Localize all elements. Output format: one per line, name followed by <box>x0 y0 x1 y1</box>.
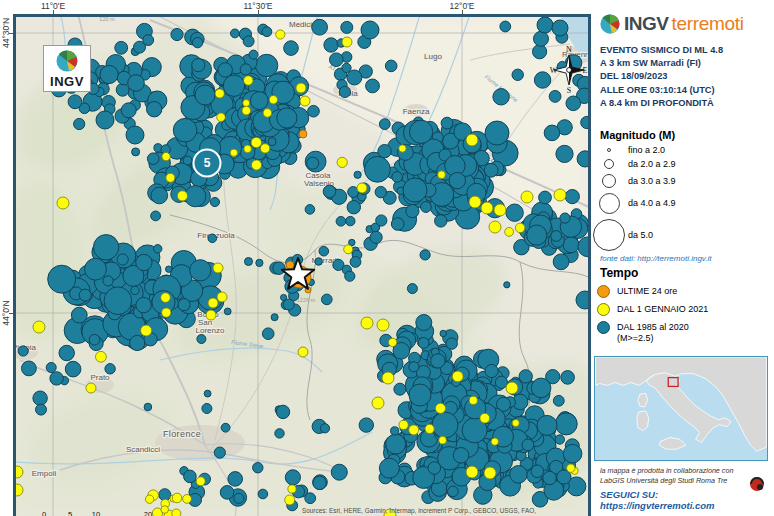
time-legend-title: Tempo <box>600 266 638 280</box>
earthquake-dot-teal <box>100 65 118 83</box>
labgis-logo-icon <box>747 475 767 493</box>
earthquake-dot-teal <box>197 335 206 344</box>
magnitude-legend-label: da 5.0 <box>628 230 653 240</box>
earthquake-dot-teal <box>416 315 432 331</box>
earthquake-dot-teal <box>543 471 556 484</box>
elev-label: 1226 m <box>297 297 316 303</box>
earthquake-dot-teal <box>391 218 404 231</box>
earthquake-dot-teal <box>173 118 197 142</box>
magnitude-legend-label: da 3.0 a 3.9 <box>628 176 676 186</box>
scale-tick: 5 <box>68 510 72 516</box>
time-legend-circle-teal <box>597 321 610 334</box>
earthquake-dot-teal <box>322 294 333 305</box>
earthquake-dot-teal <box>178 299 190 311</box>
earthquake-dot-teal <box>560 213 570 223</box>
earthquake-dot-teal <box>378 145 391 158</box>
earthquake-dot-teal <box>537 415 557 435</box>
basemap: MedicinaLugoImolaFaenzaForlìRavennaCasol… <box>13 14 591 516</box>
earthquake-dot-yellow <box>263 109 272 118</box>
earthquake-dot-yellow <box>469 396 477 404</box>
earthquake-dot-yellow <box>515 223 525 233</box>
earthquake-dot-yellow <box>438 171 446 179</box>
earthquake-dot-teal <box>534 72 550 88</box>
follow-us-url[interactable]: https://ingvterremoti.com <box>600 501 715 512</box>
event-line: DEL 18/09/2023 <box>600 70 723 83</box>
earthquake-dot-teal <box>159 489 171 501</box>
earthquake-dot-teal <box>428 462 441 475</box>
city-label: Faenza <box>403 107 430 116</box>
earthquake-dot-teal <box>308 105 320 117</box>
earthquake-dot-teal <box>533 45 547 59</box>
earthquake-dot-teal <box>566 96 581 111</box>
earthquake-dot-teal <box>531 378 551 398</box>
time-legend-label: DAL 1 GENNAIO 2021 <box>617 303 708 315</box>
earthquake-dot-teal <box>345 271 355 281</box>
earthquake-dot-yellow <box>466 466 478 478</box>
ingv-globe-icon <box>599 13 621 35</box>
earthquake-dot-teal <box>312 19 328 35</box>
earthquake-dot-yellow <box>161 293 171 303</box>
earthquake-dot-yellow <box>344 245 353 254</box>
earthquake-dot-yellow <box>296 83 306 93</box>
earthquake-dot-yellow <box>489 221 501 233</box>
earthquake-dot-teal <box>307 157 319 169</box>
earthquake-dot-teal <box>223 75 244 96</box>
event-line: ALLE ORE 03:10:14 (UTC) <box>600 84 723 97</box>
event-line: EVENTO SISMICO DI ML 4.8 <box>600 44 723 57</box>
magnitude5-event-label: 5 <box>204 156 211 170</box>
earthquake-dot-teal <box>563 444 582 463</box>
earthquake-dot-teal <box>224 308 231 315</box>
city-label: Empoli <box>32 469 57 478</box>
earthquake-dot-teal <box>115 41 128 54</box>
earthquake-dot-teal <box>116 83 129 96</box>
earthquake-dot-teal <box>305 205 315 215</box>
earthquake-dot-orange <box>299 130 307 138</box>
earthquake-dot-yellow <box>166 173 175 182</box>
earthquake-dot-yellow <box>269 96 277 104</box>
earthquake-dot-yellow <box>469 196 481 208</box>
magnitude-size-circle <box>607 148 611 152</box>
earthquake-dot-teal <box>339 86 350 97</box>
earthquake-dot-teal <box>565 190 579 204</box>
earthquake-dot-teal <box>184 470 197 483</box>
earthquake-dot-teal <box>105 364 115 374</box>
earthquake-dot-teal <box>65 361 81 377</box>
time-legend-label: DAL 1985 al 2020 (M>=2.5) <box>617 321 689 344</box>
earthquake-dot-teal <box>323 185 336 198</box>
earthquake-dot-teal <box>320 424 329 433</box>
magnitude-size-circle <box>593 219 625 251</box>
earthquake-dot-teal <box>151 187 168 204</box>
city-label: Prato <box>90 373 110 382</box>
earthquake-dot-yellow <box>230 149 237 156</box>
highlighted-event: 5 <box>194 150 221 177</box>
earthquake-dot-yellow <box>337 157 347 167</box>
earthquake-dot-teal <box>243 36 254 47</box>
scale-tick: 10 <box>92 510 100 516</box>
earthquake-dot-teal <box>285 470 300 485</box>
earthquake-dot-teal <box>132 148 140 156</box>
earthquake-dot-yellow <box>162 152 170 160</box>
earthquake-dot-teal <box>18 346 28 356</box>
earthquake-dot-teal <box>440 330 446 336</box>
earthquake-dot-teal <box>48 265 76 293</box>
earthquake-dot-teal <box>394 383 406 395</box>
earthquake-dot-teal <box>22 361 37 376</box>
earthquake-dot-teal <box>268 138 276 146</box>
earthquake-dot-teal <box>553 395 564 406</box>
earthquake-dot-teal <box>151 211 161 221</box>
earthquake-dot-teal <box>446 338 457 349</box>
earthquake-dot-yellow <box>372 397 384 409</box>
earthquake-dot-yellow <box>554 189 566 201</box>
magnitude-legend-title: Magnitudo (M) <box>600 129 675 141</box>
data-source-link[interactable]: fonte dati: http://terremoti.ingv.it <box>600 254 711 263</box>
ingv-earthquake-map-page: { "brand": { "name1": "INGV", "name2": "… <box>0 0 774 516</box>
earthquake-dot-teal <box>136 297 151 312</box>
earthquake-dot-teal <box>228 472 243 487</box>
earthquake-dot-yellow <box>285 495 295 505</box>
earthquake-dot-teal <box>231 29 240 38</box>
earthquake-dot-yellow <box>521 191 533 203</box>
earthquake-dot-teal <box>276 405 289 418</box>
earthquake-dot-teal <box>576 291 591 309</box>
time-legend: ULTIME 24 oreDAL 1 GENNAIO 2021DAL 1985 … <box>597 285 708 349</box>
city-label: Lugo <box>424 52 442 61</box>
